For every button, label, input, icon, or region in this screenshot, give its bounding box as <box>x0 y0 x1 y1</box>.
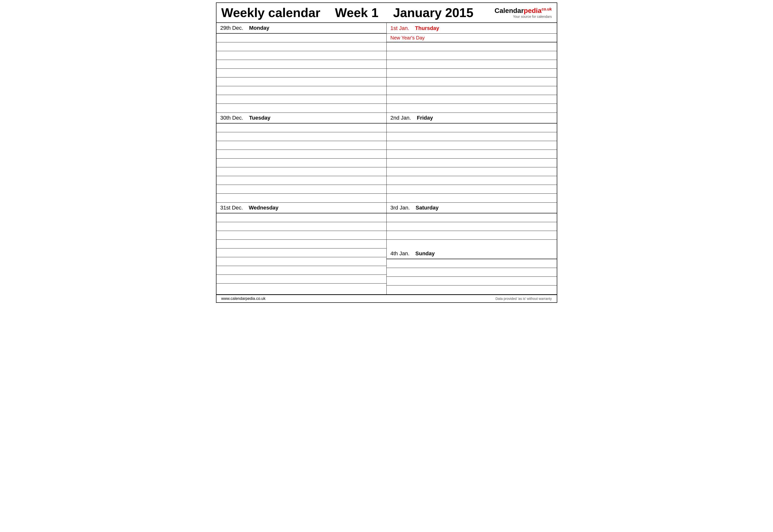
line-row <box>217 240 386 248</box>
line-row <box>387 104 557 113</box>
logo: Calendarpediaco.uk Your source for calen… <box>495 7 552 19</box>
day-header-sunday: 4th Jan. Sunday <box>387 248 557 259</box>
line-row <box>217 185 386 194</box>
line-row <box>217 141 386 150</box>
holiday-text-thursday: New Year's Day <box>391 35 425 41</box>
lines-wednesday <box>217 213 386 292</box>
line-row <box>217 42 386 51</box>
line-row <box>217 60 386 69</box>
lines-thursday <box>387 42 557 113</box>
line-row <box>387 277 557 285</box>
line-row <box>217 284 386 292</box>
line-row <box>387 176 557 185</box>
day-block-monday: 29th Dec. Monday <box>217 23 387 113</box>
date-saturday: 3rd Jan. <box>391 205 410 211</box>
line-row <box>387 285 557 294</box>
lines-monday <box>217 34 386 113</box>
date-sunday: 4th Jan. <box>391 250 410 257</box>
line-row <box>217 167 386 176</box>
line-row <box>387 69 557 77</box>
line-row <box>217 266 386 275</box>
header-left: Weekly calendar Week 1 January 2015 <box>221 5 473 20</box>
line-row <box>387 95 557 104</box>
logo-name: Calendarpediaco.uk <box>495 7 552 15</box>
weekday-thursday: Thursday <box>415 25 439 31</box>
page-header: Weekly calendar Week 1 January 2015 Cale… <box>217 3 557 23</box>
page-footer: www.calendarpedia.co.uk Data provided 'a… <box>217 295 557 302</box>
line-row <box>387 132 557 141</box>
line-row <box>217 222 386 231</box>
day-header-thursday: 1st Jan. Thursday <box>387 23 557 34</box>
line-row <box>387 123 557 132</box>
day-header-friday: 2nd Jan. Friday <box>387 113 557 123</box>
line-row <box>217 213 386 222</box>
line-row <box>387 141 557 150</box>
page-title: Weekly calendar <box>221 5 321 20</box>
line-row <box>387 150 557 159</box>
date-tuesday: 30th Dec. <box>221 115 243 121</box>
date-thursday: 1st Jan. <box>391 25 409 31</box>
logo-co: co.uk <box>542 7 552 11</box>
line-row <box>217 248 386 257</box>
line-row <box>387 77 557 86</box>
lines-friday <box>387 123 557 202</box>
line-row <box>217 34 386 42</box>
line-row <box>217 95 386 104</box>
line-row <box>387 60 557 69</box>
line-row <box>387 194 557 202</box>
day-header-wednesday: 31st Dec. Wednesday <box>217 203 386 213</box>
month-label: January 2015 <box>393 5 473 20</box>
line-row <box>217 69 386 77</box>
line-row <box>217 176 386 185</box>
line-row <box>217 123 386 132</box>
line-row <box>217 51 386 60</box>
day-header-monday: 29th Dec. Monday <box>217 23 386 34</box>
line-row <box>217 86 386 95</box>
holiday-thursday: New Year's Day <box>387 34 557 42</box>
footer-disclaimer: Data provided 'as is' without warranty <box>495 297 552 301</box>
day-block-saturday: 3rd Jan. Saturday <box>387 203 557 248</box>
line-row <box>387 213 557 222</box>
line-row <box>387 259 557 268</box>
line-row <box>217 275 386 284</box>
day-block-saturday-sunday: 3rd Jan. Saturday 4th Jan. Sunday <box>387 203 557 295</box>
lines-saturday <box>387 213 557 248</box>
line-row <box>217 194 386 202</box>
line-row <box>387 231 557 240</box>
day-block-friday: 2nd Jan. Friday <box>387 113 557 203</box>
line-row <box>387 51 557 60</box>
logo-tagline: Your source for calendars <box>513 15 552 19</box>
line-row <box>387 222 557 231</box>
line-row <box>387 240 557 248</box>
day-block-tuesday: 30th Dec. Tuesday <box>217 113 387 203</box>
weekday-monday: Monday <box>249 25 269 31</box>
line-row <box>387 268 557 277</box>
lines-sunday <box>387 259 557 294</box>
footer-website: www.calendarpedia.co.uk <box>221 296 266 301</box>
date-wednesday: 31st Dec. <box>221 205 243 211</box>
day-block-sunday: 4th Jan. Sunday <box>387 248 557 294</box>
calendar-page: Weekly calendar Week 1 January 2015 Cale… <box>216 2 557 303</box>
lines-tuesday <box>217 123 386 202</box>
weekday-wednesday: Wednesday <box>249 205 278 211</box>
line-row <box>217 132 386 141</box>
line-row <box>387 86 557 95</box>
weekday-friday: Friday <box>417 115 433 121</box>
line-row <box>217 150 386 159</box>
weekday-sunday: Sunday <box>415 250 435 257</box>
line-row <box>217 231 386 240</box>
calendar-grid: 29th Dec. Monday 1st Jan. Thursday <box>217 23 557 295</box>
day-header-saturday: 3rd Jan. Saturday <box>387 203 557 213</box>
line-row <box>217 104 386 113</box>
line-row <box>387 185 557 194</box>
line-row <box>387 159 557 167</box>
day-header-tuesday: 30th Dec. Tuesday <box>217 113 386 123</box>
weekday-saturday: Saturday <box>416 205 439 211</box>
day-block-thursday: 1st Jan. Thursday New Year's Day <box>387 23 557 113</box>
line-row <box>387 42 557 51</box>
line-row <box>217 77 386 86</box>
line-row <box>387 167 557 176</box>
logo-calendar: Calendar <box>495 7 524 14</box>
line-row <box>217 257 386 266</box>
date-monday: 29th Dec. <box>221 25 243 31</box>
